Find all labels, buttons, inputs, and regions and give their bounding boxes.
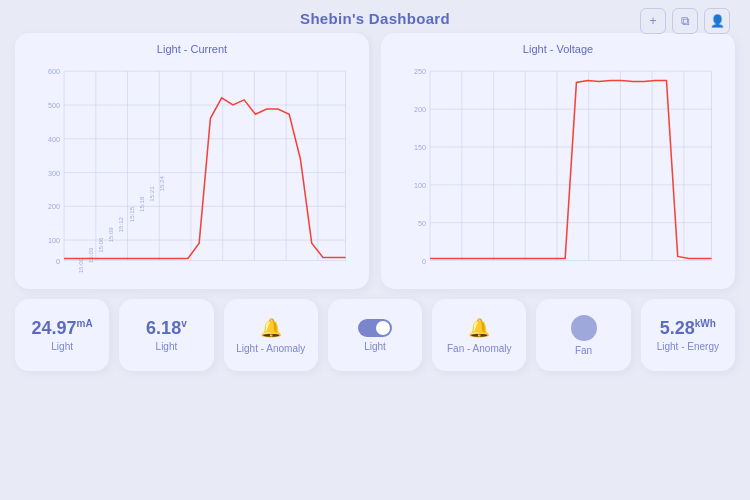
metric-fan[interactable]: Fan	[536, 299, 630, 371]
energy-value: 5.28kWh	[660, 318, 716, 340]
svg-text:0: 0	[56, 258, 60, 266]
svg-text:300: 300	[48, 170, 60, 178]
svg-text:15:12: 15:12	[117, 216, 124, 232]
metrics-row: 24.97mA Light 6.18v Light 🔔 Light - Anom…	[15, 299, 735, 371]
svg-text:15:06: 15:06	[97, 237, 104, 253]
voltage-label: Light	[156, 341, 178, 352]
svg-text:100: 100	[414, 182, 426, 190]
current-chart-title: Light - Current	[27, 43, 357, 55]
svg-text:600: 600	[48, 68, 60, 76]
current-chart-svg: 600 500 400 300 200 100 0 15:00 15:03 15…	[27, 61, 357, 281]
svg-text:15:24: 15:24	[158, 176, 165, 192]
voltage-y-axis: 250 200 150 100 50 0	[414, 68, 426, 265]
user-button[interactable]: 👤	[704, 8, 730, 34]
light-toggle-switch[interactable]	[358, 319, 392, 337]
voltage-value: 6.18v	[146, 318, 187, 340]
light-toggle-label: Light	[364, 341, 386, 352]
light-toggle-container[interactable]	[358, 319, 392, 337]
current-chart-area: 600 500 400 300 200 100 0 15:00 15:03 15…	[27, 61, 357, 281]
bell-icon-light: 🔔	[260, 317, 282, 339]
fan-indicator	[571, 315, 597, 341]
svg-text:15:15: 15:15	[128, 206, 135, 222]
svg-text:15:00: 15:00	[77, 257, 84, 273]
metric-current: 24.97mA Light	[15, 299, 109, 371]
svg-text:15:09: 15:09	[107, 227, 114, 243]
metric-energy: 5.28kWh Light - Energy	[641, 299, 735, 371]
fan-anomaly-label: Fan - Anomaly	[447, 343, 511, 354]
charts-row: Light - Current	[15, 33, 735, 289]
page-title: Shebin's Dashboard	[300, 10, 450, 27]
light-toggle-knob	[376, 321, 390, 335]
metric-voltage: 6.18v Light	[119, 299, 213, 371]
svg-text:500: 500	[48, 102, 60, 110]
copy-button[interactable]: ⧉	[672, 8, 698, 34]
svg-text:250: 250	[414, 68, 426, 76]
main-content: Light - Current	[15, 33, 735, 371]
voltage-chart-svg: 250 200 150 100 50 0	[393, 61, 723, 281]
bell-icon-fan: 🔔	[468, 317, 490, 339]
header-icons: + ⧉ 👤	[640, 8, 730, 34]
current-chart-card: Light - Current	[15, 33, 369, 289]
metric-light-toggle[interactable]: Light	[328, 299, 422, 371]
metric-fan-anomaly: 🔔 Fan - Anomaly	[432, 299, 526, 371]
energy-label: Light - Energy	[657, 341, 719, 352]
voltage-chart-area: 250 200 150 100 50 0	[393, 61, 723, 281]
svg-text:15:03: 15:03	[87, 247, 94, 263]
voltage-chart-line	[430, 80, 711, 258]
fan-label: Fan	[575, 345, 592, 356]
svg-text:400: 400	[48, 136, 60, 144]
svg-text:0: 0	[422, 258, 426, 266]
svg-text:50: 50	[418, 220, 426, 228]
svg-text:150: 150	[414, 144, 426, 152]
metric-light-anomaly: 🔔 Light - Anomaly	[224, 299, 318, 371]
current-value: 24.97mA	[32, 318, 93, 340]
header: Shebin's Dashboard + ⧉ 👤	[0, 0, 750, 33]
light-anomaly-label: Light - Anomaly	[236, 343, 305, 354]
add-button[interactable]: +	[640, 8, 666, 34]
x-axis: 15:00 15:03 15:06 15:09 15:12 15:15 15:1…	[69, 172, 174, 277]
svg-text:100: 100	[48, 237, 60, 245]
voltage-chart-title: Light - Voltage	[393, 43, 723, 55]
svg-text:200: 200	[414, 106, 426, 114]
y-axis: 600 500 400 300 200 100 0	[48, 68, 60, 265]
current-label: Light	[51, 341, 73, 352]
svg-text:15:18: 15:18	[138, 196, 145, 212]
svg-text:200: 200	[48, 203, 60, 211]
svg-text:15:21: 15:21	[148, 186, 155, 202]
voltage-chart-card: Light - Voltage	[381, 33, 735, 289]
